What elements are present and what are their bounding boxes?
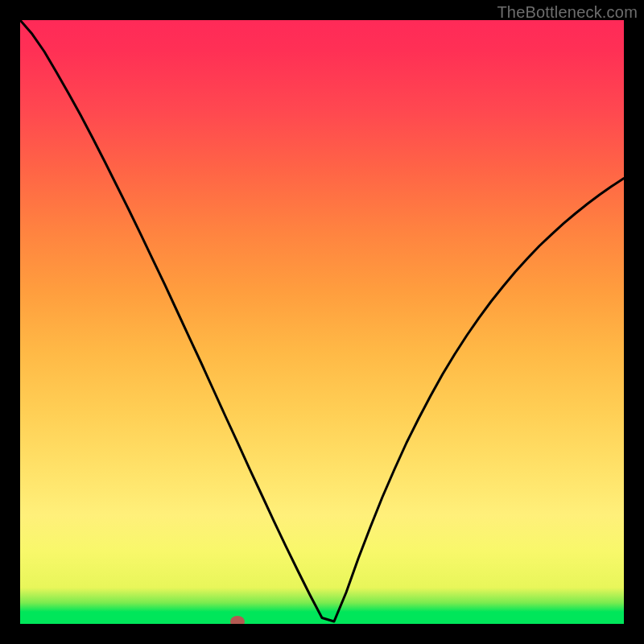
bottleneck-curve-path [20, 20, 624, 621]
watermark-label: TheBottleneck.com [497, 3, 638, 22]
curve-layer [20, 20, 624, 624]
plot-area [20, 20, 624, 624]
marker-dot [230, 616, 245, 624]
chart-frame: TheBottleneck.com [0, 0, 644, 644]
